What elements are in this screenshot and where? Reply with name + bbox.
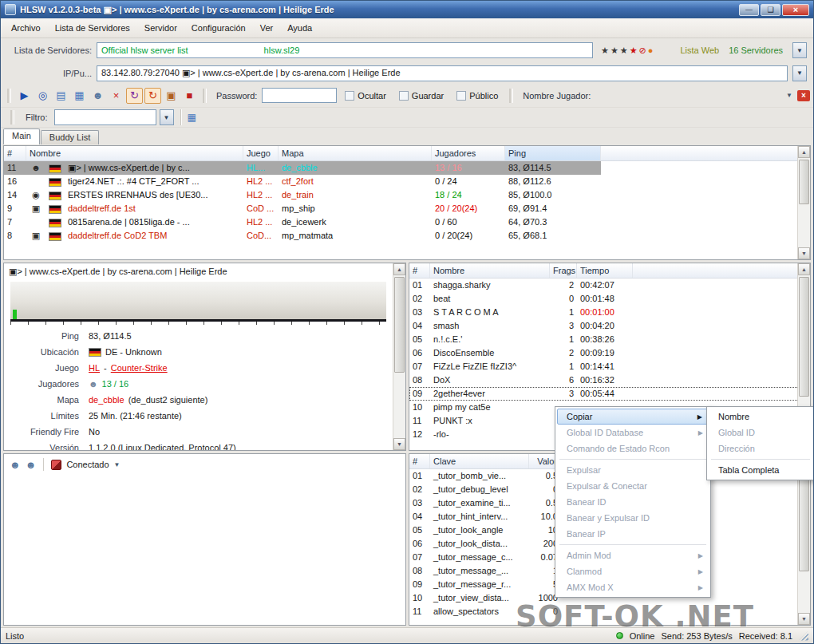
context-menu-item[interactable]: Banear y Expulsar ID (557, 510, 709, 526)
tab[interactable]: Main (3, 128, 40, 144)
close-button[interactable]: × (782, 4, 809, 16)
players-icon[interactable]: ☻ (89, 88, 106, 104)
column-header-game[interactable]: Juego (243, 146, 279, 160)
address-input[interactable]: 83.142.80.79:27040 ▣> | www.cs-eXpert.de… (97, 65, 788, 81)
scroll-down-button[interactable] (798, 247, 810, 259)
scroll-track[interactable] (393, 275, 405, 438)
column-header-players[interactable]: Jugadores (432, 146, 505, 160)
context-menu-item[interactable]: Copiar (557, 409, 709, 425)
clear-player-name-icon[interactable]: × (797, 90, 810, 101)
rcon-icon[interactable]: ▣ (163, 88, 180, 104)
player-row[interactable]: 02 beat 0 00:01:48 (409, 292, 810, 306)
minimize-button[interactable]: — (739, 4, 759, 16)
scroll-track[interactable] (798, 466, 810, 613)
toolbar-checkbox[interactable]: Ocultar (345, 91, 385, 101)
server-list-icon[interactable]: ▦ (71, 88, 88, 104)
scroll-thumb[interactable] (799, 277, 809, 397)
server-window-icon[interactable]: ▤ (53, 88, 69, 104)
checkbox-box[interactable] (456, 91, 466, 101)
context-menu-item[interactable]: Expulsar (557, 462, 709, 478)
title-bar[interactable]: HLSW v1.2.0.3-beta ▣> | www.cs-eXpert.de… (1, 1, 813, 18)
filter-dropdown-button[interactable]: ▼ (160, 109, 174, 125)
scroll-up-button[interactable] (798, 263, 810, 275)
column-header-num[interactable]: # (409, 454, 430, 468)
column-header-key[interactable]: Clave (430, 454, 529, 468)
context-menu-item[interactable]: Comando de Estado Rcon (557, 441, 709, 456)
server-row[interactable]: 9 ▣ daddeltreff.de 1st CoD ... mp_ship 2… (4, 202, 810, 215)
web-list-label[interactable]: Lista Web (680, 45, 719, 55)
connection-status-label[interactable]: Conectado (66, 460, 109, 469)
game-link[interactable]: HL (89, 363, 100, 373)
connection-dropdown-icon[interactable]: ▼ (114, 461, 121, 468)
maximize-button[interactable]: ❑ (761, 4, 780, 16)
player-row[interactable]: 05 n.!.c.E.' 1 00:38:26 (409, 333, 810, 346)
search-server-icon[interactable]: ◎ (34, 88, 51, 104)
menubar-item[interactable]: Servidor (137, 20, 184, 36)
server-row[interactable]: 7 0815arena.de | 0815liga.de - ... HL2 .… (4, 215, 810, 229)
toolbar-grip[interactable] (203, 89, 207, 103)
delete-icon[interactable]: × (108, 88, 124, 104)
scroll-track[interactable] (798, 158, 810, 247)
player-row[interactable]: 06 DiscoEnsemble 2 00:09:19 (409, 346, 810, 360)
toolbar-checkbox[interactable]: Guardar (399, 91, 444, 101)
scroll-up-button[interactable] (798, 146, 810, 158)
server-row[interactable]: 11 ☻ ▣> | www.cs-eXpert.de | by c... HL.… (4, 161, 810, 175)
context-menu-item[interactable]: Global ID Database (557, 425, 709, 441)
player-row[interactable]: 07 FiZzLe FizZIE fIzZI3^ 1 00:14:41 (409, 360, 810, 373)
menubar-item[interactable]: Ver (253, 20, 281, 36)
mod-link[interactable]: Counter-Strike (111, 363, 168, 373)
buddy-add-icon[interactable]: ☻ (26, 459, 37, 471)
menubar-item[interactable]: Ayuda (280, 20, 319, 36)
menubar-item[interactable]: Configuración (184, 20, 253, 36)
tab[interactable]: Buddy List (41, 130, 99, 144)
menubar-item[interactable]: Lista de Servidores (48, 20, 137, 36)
player-name-dropdown-button[interactable]: ▼ (783, 89, 796, 103)
column-header-rank[interactable]: # (4, 146, 26, 160)
toolbar-checkbox[interactable]: Público (456, 91, 498, 101)
connect-icon[interactable]: ▶ (16, 88, 33, 104)
refresh-all-icon[interactable]: ↻ (126, 88, 143, 104)
context-menu-item[interactable]: Global ID (709, 425, 812, 441)
context-menu-item[interactable]: Admin Mod (557, 547, 709, 563)
player-row[interactable]: 03 S T A R C O M A 1 00:01:00 (409, 306, 810, 319)
column-header-time[interactable]: Tiempo (577, 263, 633, 278)
menubar-item[interactable]: Archivo (4, 20, 48, 36)
address-dropdown-button[interactable]: ▼ (792, 65, 807, 81)
info-panel-scrollbar[interactable] (393, 263, 405, 450)
scroll-thumb[interactable] (799, 160, 809, 204)
player-row[interactable]: 08 DoX 6 00:16:32 (409, 373, 810, 387)
column-header-map[interactable]: Mapa (279, 146, 432, 160)
context-menu-item[interactable]: Clanmod (557, 563, 709, 579)
player-row[interactable]: 09 2gether4ever 3 00:05:44 (409, 387, 810, 401)
column-header-frags[interactable]: Frags (550, 263, 577, 278)
checkbox-box[interactable] (399, 91, 409, 101)
server-list-combo[interactable]: Official hlsw server list hlsw.sl29 (97, 42, 593, 58)
server-row[interactable]: 14 ◉ ERSTES IRRENHAUS des [UE30... HL2 .… (4, 188, 810, 202)
refresh-server-icon[interactable]: ↻ (144, 88, 161, 104)
toolbar-grip[interactable] (509, 89, 513, 103)
scroll-thumb[interactable] (799, 468, 809, 571)
resize-grip[interactable] (799, 631, 808, 641)
server-table-scrollbar[interactable] (797, 146, 810, 259)
filter-grid-icon[interactable]: ▦ (188, 112, 196, 123)
column-header-num[interactable]: # (409, 263, 430, 278)
context-menu-item[interactable]: AMX Mod X (557, 579, 709, 595)
context-menu-item[interactable]: Dirección (709, 441, 812, 456)
toolbar-grip[interactable] (7, 89, 11, 103)
column-header-name[interactable]: Nombre (26, 146, 243, 160)
server-row[interactable]: 16 tiger24.NET .:. #4 CTF_2FORT ... HL2 … (4, 175, 810, 188)
scroll-down-button[interactable] (393, 438, 405, 450)
checkbox-box[interactable] (345, 91, 354, 101)
server-row[interactable]: 8 ▣ daddeltreff.de CoD2 TBM CoD... mp_ma… (4, 229, 810, 243)
password-input[interactable] (262, 88, 337, 103)
server-list-dropdown-button[interactable]: ▼ (792, 42, 807, 58)
context-menu-item[interactable]: Expulsar & Conectar (557, 478, 709, 494)
filter-combo[interactable] (54, 109, 156, 125)
context-menu-item[interactable]: Banear IP (557, 526, 709, 542)
player-row[interactable]: 01 shagga.sharky 2 00:42:07 (409, 279, 810, 292)
scroll-up-button[interactable] (393, 263, 405, 275)
scroll-thumb[interactable] (394, 277, 405, 373)
scroll-down-button[interactable] (798, 613, 810, 625)
buddy-icon[interactable]: ☻ (10, 459, 21, 471)
context-menu-item[interactable]: Banear ID (557, 494, 709, 510)
